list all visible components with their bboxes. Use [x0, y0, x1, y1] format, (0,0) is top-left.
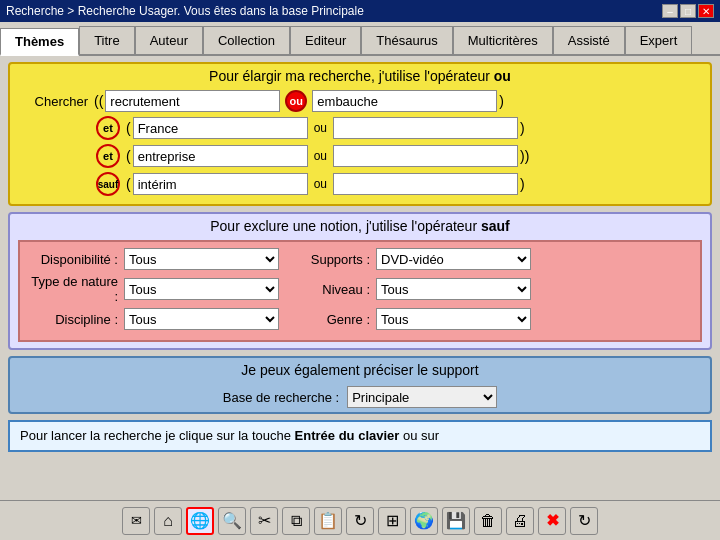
tab-assiste[interactable]: Assisté	[553, 26, 625, 54]
search-row-2: et ( ou )	[18, 116, 702, 140]
niveau-label: Niveau :	[295, 282, 370, 297]
disponibilite-label: Disponibilité :	[28, 252, 118, 267]
support-box: Je peux également préciser le support Ba…	[8, 356, 712, 414]
help-button[interactable]: ↻	[570, 507, 598, 535]
paren-close-1: )	[499, 93, 504, 109]
genre-label: Genre :	[295, 312, 370, 327]
minimize-button[interactable]: –	[662, 4, 678, 18]
base-select[interactable]: Principale	[347, 386, 497, 408]
mel-button[interactable]: ✉	[122, 507, 150, 535]
paren-close-4: )	[520, 176, 525, 192]
cut-button[interactable]: ✂	[250, 507, 278, 535]
search-row-3: et ( ou ))	[18, 144, 702, 168]
paren-open-3: (	[126, 148, 131, 164]
tab-multicriteres[interactable]: Multicritères	[453, 26, 553, 54]
tab-collection[interactable]: Collection	[203, 26, 290, 54]
ou-button-1[interactable]: ou	[285, 90, 307, 112]
filter-area: Disponibilité : Tous Supports : DVD-vidé…	[18, 240, 702, 342]
maximize-button[interactable]: □	[680, 4, 696, 18]
ou-text-4: ou	[314, 177, 327, 191]
search-input-2b[interactable]	[333, 117, 518, 139]
discipline-label: Discipline :	[28, 312, 118, 327]
window-controls: – □ ✕	[662, 4, 714, 18]
copy-button[interactable]: ⧉	[282, 507, 310, 535]
sauf-title: Pour exclure une notion, j'utilise l'opé…	[18, 218, 702, 234]
close-button[interactable]: ✕	[698, 4, 714, 18]
ou-text-3: ou	[314, 149, 327, 163]
paren-close-3: ))	[520, 148, 529, 164]
trash-button[interactable]: 🗑	[474, 507, 502, 535]
zoom-button[interactable]: 🔍	[218, 507, 246, 535]
supports-select[interactable]: DVD-vidéo Tous	[376, 248, 531, 270]
disponibilite-select[interactable]: Tous	[124, 248, 279, 270]
title-bar: Recherche > Recherche Usager. Vous êtes …	[0, 0, 720, 22]
filter-row-2: Type de nature : Tous Niveau : Tous	[28, 274, 692, 304]
filter-row-3: Discipline : Tous Genre : Tous	[28, 308, 692, 330]
typenature-select[interactable]: Tous	[124, 278, 279, 300]
et-circle-1[interactable]: et	[96, 116, 120, 140]
earth-button[interactable]: 🌍	[410, 507, 438, 535]
tab-auteur[interactable]: Auteur	[135, 26, 203, 54]
tab-bar: Thèmes Titre Auteur Collection Editeur T…	[0, 22, 720, 56]
base-label: Base de recherche :	[223, 390, 339, 405]
paste-button[interactable]: 📋	[314, 507, 342, 535]
main-content: Pour élargir ma recherche, j'utilise l'o…	[0, 56, 720, 458]
tab-titre[interactable]: Titre	[79, 26, 135, 54]
discipline-select[interactable]: Tous	[124, 308, 279, 330]
search-row-1: Chercher (( ou )	[18, 90, 702, 112]
print-button[interactable]: 🖨	[506, 507, 534, 535]
search-input-3a[interactable]	[133, 145, 308, 167]
refresh-button[interactable]: ↻	[346, 507, 374, 535]
filter-row-1: Disponibilité : Tous Supports : DVD-vidé…	[28, 248, 692, 270]
bottom-info: Pour lancer la recherche je clique sur l…	[8, 420, 712, 452]
search-input-2a[interactable]	[133, 117, 308, 139]
search-row-4: sauf ( ou )	[18, 172, 702, 196]
search-input-1a[interactable]	[105, 90, 280, 112]
paren-close-2: )	[520, 120, 525, 136]
supports-label: Supports :	[295, 252, 370, 267]
chercher-label: Chercher	[18, 94, 88, 109]
title-text: Recherche > Recherche Usager. Vous êtes …	[6, 4, 364, 18]
search-input-1b[interactable]	[312, 90, 497, 112]
genre-select[interactable]: Tous	[376, 308, 531, 330]
paren-open-2: (	[126, 120, 131, 136]
toolbar: ✉ ⌂ 🌐 🔍 ✂ ⧉ 📋 ↻ ⊞ 🌍 💾 🗑 🖨 ✖ ↻	[0, 500, 720, 540]
search-input-4a[interactable]	[133, 173, 308, 195]
tab-themes[interactable]: Thèmes	[0, 28, 79, 56]
niveau-select[interactable]: Tous	[376, 278, 531, 300]
ou-text-2: ou	[314, 121, 327, 135]
sauf-circle[interactable]: sauf	[96, 172, 120, 196]
search-input-4b[interactable]	[333, 173, 518, 195]
tab-editeur[interactable]: Editeur	[290, 26, 361, 54]
save-button[interactable]: 💾	[442, 507, 470, 535]
paren-open-4: (	[126, 176, 131, 192]
support-title: Je peux également préciser le support	[18, 362, 702, 378]
tab-thesaurus[interactable]: Thésaurus	[361, 26, 452, 54]
base-row: Base de recherche : Principale	[18, 382, 702, 408]
close-x-button[interactable]: ✖	[538, 507, 566, 535]
sauf-box: Pour exclure une notion, j'utilise l'opé…	[8, 212, 712, 350]
info-title: Pour élargir ma recherche, j'utilise l'o…	[18, 68, 702, 84]
et-circle-2[interactable]: et	[96, 144, 120, 168]
search-input-3b[interactable]	[333, 145, 518, 167]
globe-button[interactable]: 🌐	[186, 507, 214, 535]
grid-button[interactable]: ⊞	[378, 507, 406, 535]
tab-expert[interactable]: Expert	[625, 26, 693, 54]
typenature-label: Type de nature :	[28, 274, 118, 304]
paren-open-1: ((	[94, 93, 103, 109]
home-button[interactable]: ⌂	[154, 507, 182, 535]
search-box: Pour élargir ma recherche, j'utilise l'o…	[8, 62, 712, 206]
